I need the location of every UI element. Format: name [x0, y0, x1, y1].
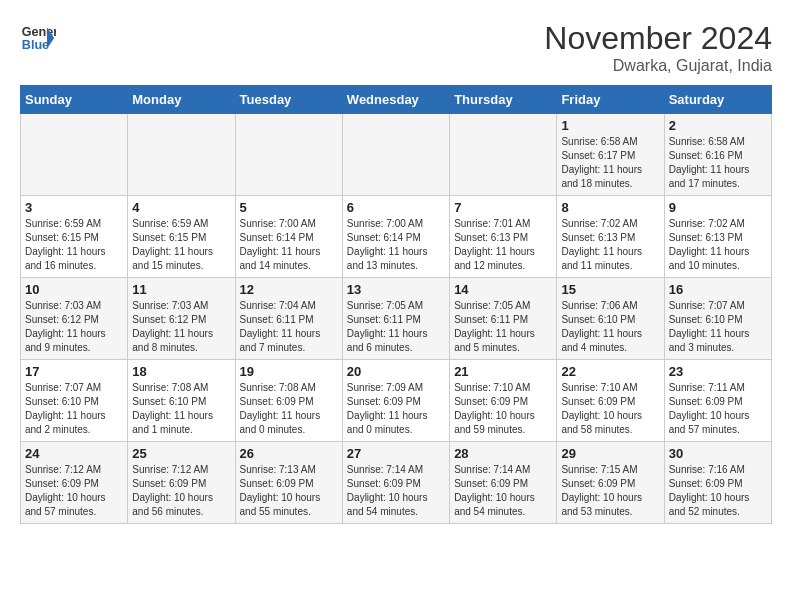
day-of-week-header: Thursday: [450, 86, 557, 114]
day-of-week-header: Friday: [557, 86, 664, 114]
day-info: Sunrise: 7:13 AM Sunset: 6:09 PM Dayligh…: [240, 463, 338, 519]
day-number: 6: [347, 200, 445, 215]
day-number: 17: [25, 364, 123, 379]
calendar-cell: [450, 114, 557, 196]
day-number: 3: [25, 200, 123, 215]
logo: General Blue: [20, 20, 56, 56]
day-number: 27: [347, 446, 445, 461]
calendar-cell: 10Sunrise: 7:03 AM Sunset: 6:12 PM Dayli…: [21, 278, 128, 360]
day-number: 28: [454, 446, 552, 461]
day-number: 20: [347, 364, 445, 379]
day-info: Sunrise: 7:14 AM Sunset: 6:09 PM Dayligh…: [347, 463, 445, 519]
day-info: Sunrise: 7:10 AM Sunset: 6:09 PM Dayligh…: [561, 381, 659, 437]
calendar-cell: [128, 114, 235, 196]
calendar-cell: 20Sunrise: 7:09 AM Sunset: 6:09 PM Dayli…: [342, 360, 449, 442]
calendar-table: SundayMondayTuesdayWednesdayThursdayFrid…: [20, 85, 772, 524]
day-number: 14: [454, 282, 552, 297]
calendar-cell: 2Sunrise: 6:58 AM Sunset: 6:16 PM Daylig…: [664, 114, 771, 196]
calendar-header-row: SundayMondayTuesdayWednesdayThursdayFrid…: [21, 86, 772, 114]
calendar-cell: 22Sunrise: 7:10 AM Sunset: 6:09 PM Dayli…: [557, 360, 664, 442]
calendar-cell: 6Sunrise: 7:00 AM Sunset: 6:14 PM Daylig…: [342, 196, 449, 278]
calendar-cell: 29Sunrise: 7:15 AM Sunset: 6:09 PM Dayli…: [557, 442, 664, 524]
day-number: 22: [561, 364, 659, 379]
day-info: Sunrise: 7:10 AM Sunset: 6:09 PM Dayligh…: [454, 381, 552, 437]
day-number: 1: [561, 118, 659, 133]
day-info: Sunrise: 6:59 AM Sunset: 6:15 PM Dayligh…: [132, 217, 230, 273]
day-number: 8: [561, 200, 659, 215]
calendar-cell: 11Sunrise: 7:03 AM Sunset: 6:12 PM Dayli…: [128, 278, 235, 360]
calendar-week-row: 17Sunrise: 7:07 AM Sunset: 6:10 PM Dayli…: [21, 360, 772, 442]
day-info: Sunrise: 7:08 AM Sunset: 6:10 PM Dayligh…: [132, 381, 230, 437]
calendar-cell: 30Sunrise: 7:16 AM Sunset: 6:09 PM Dayli…: [664, 442, 771, 524]
day-info: Sunrise: 7:08 AM Sunset: 6:09 PM Dayligh…: [240, 381, 338, 437]
day-info: Sunrise: 7:07 AM Sunset: 6:10 PM Dayligh…: [669, 299, 767, 355]
day-number: 13: [347, 282, 445, 297]
day-info: Sunrise: 7:00 AM Sunset: 6:14 PM Dayligh…: [240, 217, 338, 273]
calendar-week-row: 10Sunrise: 7:03 AM Sunset: 6:12 PM Dayli…: [21, 278, 772, 360]
day-info: Sunrise: 6:59 AM Sunset: 6:15 PM Dayligh…: [25, 217, 123, 273]
calendar-week-row: 1Sunrise: 6:58 AM Sunset: 6:17 PM Daylig…: [21, 114, 772, 196]
day-info: Sunrise: 7:14 AM Sunset: 6:09 PM Dayligh…: [454, 463, 552, 519]
calendar-cell: 12Sunrise: 7:04 AM Sunset: 6:11 PM Dayli…: [235, 278, 342, 360]
day-number: 4: [132, 200, 230, 215]
day-number: 2: [669, 118, 767, 133]
calendar-cell: 5Sunrise: 7:00 AM Sunset: 6:14 PM Daylig…: [235, 196, 342, 278]
calendar-cell: 9Sunrise: 7:02 AM Sunset: 6:13 PM Daylig…: [664, 196, 771, 278]
day-of-week-header: Wednesday: [342, 86, 449, 114]
day-number: 23: [669, 364, 767, 379]
day-info: Sunrise: 7:05 AM Sunset: 6:11 PM Dayligh…: [454, 299, 552, 355]
calendar-cell: 27Sunrise: 7:14 AM Sunset: 6:09 PM Dayli…: [342, 442, 449, 524]
calendar-cell: 23Sunrise: 7:11 AM Sunset: 6:09 PM Dayli…: [664, 360, 771, 442]
day-number: 29: [561, 446, 659, 461]
day-of-week-header: Tuesday: [235, 86, 342, 114]
day-info: Sunrise: 7:00 AM Sunset: 6:14 PM Dayligh…: [347, 217, 445, 273]
day-number: 18: [132, 364, 230, 379]
day-info: Sunrise: 7:12 AM Sunset: 6:09 PM Dayligh…: [132, 463, 230, 519]
calendar-cell: 25Sunrise: 7:12 AM Sunset: 6:09 PM Dayli…: [128, 442, 235, 524]
calendar-cell: [21, 114, 128, 196]
day-number: 25: [132, 446, 230, 461]
calendar-week-row: 24Sunrise: 7:12 AM Sunset: 6:09 PM Dayli…: [21, 442, 772, 524]
calendar-cell: 4Sunrise: 6:59 AM Sunset: 6:15 PM Daylig…: [128, 196, 235, 278]
day-info: Sunrise: 7:11 AM Sunset: 6:09 PM Dayligh…: [669, 381, 767, 437]
day-of-week-header: Sunday: [21, 86, 128, 114]
calendar-cell: 17Sunrise: 7:07 AM Sunset: 6:10 PM Dayli…: [21, 360, 128, 442]
calendar-cell: 19Sunrise: 7:08 AM Sunset: 6:09 PM Dayli…: [235, 360, 342, 442]
day-info: Sunrise: 7:02 AM Sunset: 6:13 PM Dayligh…: [669, 217, 767, 273]
svg-text:Blue: Blue: [22, 38, 49, 52]
day-info: Sunrise: 7:04 AM Sunset: 6:11 PM Dayligh…: [240, 299, 338, 355]
day-number: 12: [240, 282, 338, 297]
day-info: Sunrise: 7:06 AM Sunset: 6:10 PM Dayligh…: [561, 299, 659, 355]
day-info: Sunrise: 7:05 AM Sunset: 6:11 PM Dayligh…: [347, 299, 445, 355]
day-number: 5: [240, 200, 338, 215]
month-year-title: November 2024: [544, 20, 772, 57]
title-block: November 2024 Dwarka, Gujarat, India: [544, 20, 772, 75]
day-info: Sunrise: 7:09 AM Sunset: 6:09 PM Dayligh…: [347, 381, 445, 437]
day-info: Sunrise: 7:15 AM Sunset: 6:09 PM Dayligh…: [561, 463, 659, 519]
day-number: 9: [669, 200, 767, 215]
calendar-cell: 8Sunrise: 7:02 AM Sunset: 6:13 PM Daylig…: [557, 196, 664, 278]
day-number: 19: [240, 364, 338, 379]
calendar-cell: 3Sunrise: 6:59 AM Sunset: 6:15 PM Daylig…: [21, 196, 128, 278]
day-info: Sunrise: 7:07 AM Sunset: 6:10 PM Dayligh…: [25, 381, 123, 437]
day-info: Sunrise: 7:02 AM Sunset: 6:13 PM Dayligh…: [561, 217, 659, 273]
day-of-week-header: Monday: [128, 86, 235, 114]
page-header: General Blue November 2024 Dwarka, Gujar…: [20, 20, 772, 75]
day-info: Sunrise: 7:16 AM Sunset: 6:09 PM Dayligh…: [669, 463, 767, 519]
calendar-week-row: 3Sunrise: 6:59 AM Sunset: 6:15 PM Daylig…: [21, 196, 772, 278]
calendar-cell: 7Sunrise: 7:01 AM Sunset: 6:13 PM Daylig…: [450, 196, 557, 278]
day-number: 21: [454, 364, 552, 379]
calendar-cell: 28Sunrise: 7:14 AM Sunset: 6:09 PM Dayli…: [450, 442, 557, 524]
calendar-cell: 21Sunrise: 7:10 AM Sunset: 6:09 PM Dayli…: [450, 360, 557, 442]
calendar-cell: 14Sunrise: 7:05 AM Sunset: 6:11 PM Dayli…: [450, 278, 557, 360]
calendar-cell: 16Sunrise: 7:07 AM Sunset: 6:10 PM Dayli…: [664, 278, 771, 360]
calendar-cell: 13Sunrise: 7:05 AM Sunset: 6:11 PM Dayli…: [342, 278, 449, 360]
day-info: Sunrise: 7:03 AM Sunset: 6:12 PM Dayligh…: [25, 299, 123, 355]
day-info: Sunrise: 7:12 AM Sunset: 6:09 PM Dayligh…: [25, 463, 123, 519]
day-of-week-header: Saturday: [664, 86, 771, 114]
day-number: 24: [25, 446, 123, 461]
day-number: 15: [561, 282, 659, 297]
calendar-cell: [235, 114, 342, 196]
logo-icon: General Blue: [20, 20, 56, 56]
calendar-cell: 18Sunrise: 7:08 AM Sunset: 6:10 PM Dayli…: [128, 360, 235, 442]
